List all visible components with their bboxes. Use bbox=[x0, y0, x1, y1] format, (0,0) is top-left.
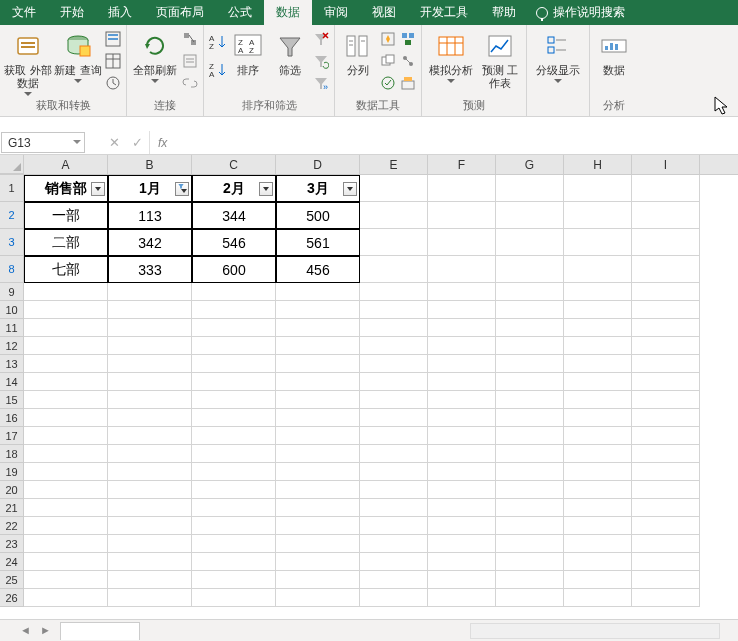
cell[interactable] bbox=[428, 499, 496, 517]
row-header[interactable]: 25 bbox=[0, 571, 24, 589]
tab-file[interactable]: 文件 bbox=[0, 0, 48, 25]
table-cell[interactable]: 456 bbox=[276, 256, 360, 283]
cell[interactable] bbox=[632, 499, 700, 517]
tab-nav-prev[interactable]: ◄ bbox=[20, 624, 34, 638]
cell[interactable] bbox=[192, 373, 276, 391]
cell[interactable] bbox=[632, 355, 700, 373]
cell[interactable] bbox=[276, 301, 360, 319]
cell[interactable] bbox=[108, 499, 192, 517]
tab-review[interactable]: 审阅 bbox=[312, 0, 360, 25]
sort-desc-icon[interactable]: ZA bbox=[208, 61, 226, 79]
cell[interactable] bbox=[108, 427, 192, 445]
cell[interactable] bbox=[108, 409, 192, 427]
cell[interactable] bbox=[276, 517, 360, 535]
col-header-G[interactable]: G bbox=[496, 155, 564, 174]
reapply-icon[interactable] bbox=[312, 52, 330, 70]
cell[interactable] bbox=[496, 481, 564, 499]
cell[interactable] bbox=[24, 499, 108, 517]
properties-icon[interactable] bbox=[181, 52, 199, 70]
cell[interactable] bbox=[564, 229, 632, 256]
cell[interactable] bbox=[192, 499, 276, 517]
cell[interactable] bbox=[496, 463, 564, 481]
cell[interactable] bbox=[360, 535, 428, 553]
cell[interactable] bbox=[24, 589, 108, 607]
table-cell[interactable]: 344 bbox=[192, 202, 276, 229]
row-header[interactable]: 1 bbox=[0, 175, 24, 202]
cell[interactable] bbox=[496, 391, 564, 409]
row-header[interactable]: 23 bbox=[0, 535, 24, 553]
cell[interactable] bbox=[496, 256, 564, 283]
cell[interactable] bbox=[24, 571, 108, 589]
cell[interactable] bbox=[108, 337, 192, 355]
remove-duplicates-icon[interactable] bbox=[379, 52, 397, 70]
sheet-tab[interactable] bbox=[60, 622, 140, 640]
edit-links-icon[interactable] bbox=[181, 74, 199, 92]
from-table-icon[interactable] bbox=[104, 52, 122, 70]
tell-me-search[interactable]: 操作说明搜索 bbox=[528, 0, 633, 25]
cell[interactable] bbox=[428, 337, 496, 355]
cell[interactable] bbox=[564, 463, 632, 481]
forecast-sheet-button[interactable]: 预测 工作表 bbox=[478, 27, 522, 90]
cell[interactable] bbox=[632, 319, 700, 337]
cell[interactable] bbox=[632, 517, 700, 535]
cell[interactable] bbox=[360, 373, 428, 391]
col-header-F[interactable]: F bbox=[428, 155, 496, 174]
cell[interactable] bbox=[192, 571, 276, 589]
table-cell[interactable]: 546 bbox=[192, 229, 276, 256]
cell[interactable] bbox=[24, 535, 108, 553]
tab-nav-next[interactable]: ► bbox=[40, 624, 54, 638]
tab-developer[interactable]: 开发工具 bbox=[408, 0, 480, 25]
cell[interactable] bbox=[428, 391, 496, 409]
cell[interactable] bbox=[632, 175, 700, 202]
cell[interactable] bbox=[276, 535, 360, 553]
row-header[interactable]: 20 bbox=[0, 481, 24, 499]
cell[interactable] bbox=[428, 319, 496, 337]
col-header-H[interactable]: H bbox=[564, 155, 632, 174]
cell[interactable] bbox=[276, 283, 360, 301]
cell[interactable] bbox=[428, 301, 496, 319]
cell[interactable] bbox=[564, 355, 632, 373]
cell[interactable] bbox=[496, 445, 564, 463]
cell[interactable] bbox=[428, 463, 496, 481]
cell[interactable] bbox=[108, 355, 192, 373]
cell[interactable] bbox=[496, 283, 564, 301]
col-header-D[interactable]: D bbox=[276, 155, 360, 174]
cell[interactable] bbox=[496, 589, 564, 607]
cell[interactable] bbox=[632, 337, 700, 355]
cell[interactable] bbox=[276, 355, 360, 373]
cell[interactable] bbox=[108, 553, 192, 571]
sort-asc-icon[interactable]: AZ bbox=[208, 33, 226, 51]
cell[interactable] bbox=[496, 571, 564, 589]
row-header[interactable]: 24 bbox=[0, 553, 24, 571]
cell[interactable] bbox=[360, 391, 428, 409]
table-cell[interactable]: 342 bbox=[108, 229, 192, 256]
cell[interactable] bbox=[564, 409, 632, 427]
cell[interactable] bbox=[360, 499, 428, 517]
cell[interactable] bbox=[632, 571, 700, 589]
cell[interactable] bbox=[564, 571, 632, 589]
cell[interactable] bbox=[24, 283, 108, 301]
filter-button[interactable]: 筛选 bbox=[270, 27, 310, 77]
cell[interactable] bbox=[564, 283, 632, 301]
cell[interactable] bbox=[564, 553, 632, 571]
cell[interactable] bbox=[360, 355, 428, 373]
cell[interactable] bbox=[108, 319, 192, 337]
cell[interactable] bbox=[276, 463, 360, 481]
cell[interactable] bbox=[360, 229, 428, 256]
table-cell[interactable]: 二部 bbox=[24, 229, 108, 256]
cell[interactable] bbox=[360, 571, 428, 589]
cell[interactable] bbox=[192, 337, 276, 355]
cell[interactable] bbox=[564, 373, 632, 391]
cell[interactable] bbox=[564, 445, 632, 463]
cell[interactable] bbox=[360, 175, 428, 202]
cell[interactable] bbox=[192, 283, 276, 301]
cell[interactable] bbox=[192, 553, 276, 571]
cell[interactable] bbox=[276, 571, 360, 589]
cell[interactable] bbox=[632, 256, 700, 283]
cell[interactable] bbox=[24, 337, 108, 355]
cell[interactable] bbox=[108, 445, 192, 463]
cell[interactable] bbox=[632, 301, 700, 319]
row-header[interactable]: 8 bbox=[0, 256, 24, 283]
cell[interactable] bbox=[496, 499, 564, 517]
cell[interactable] bbox=[496, 202, 564, 229]
